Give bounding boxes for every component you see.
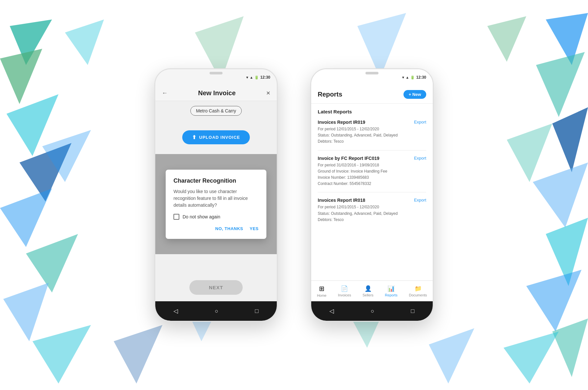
phone1-status-right: ▾ ▲ 🔋 12:30 [246,75,270,80]
do-not-show-checkbox[interactable] [173,214,179,220]
report-3-detail-1: Status: Outstanding, Advanced, Paid, Del… [318,211,426,217]
upload-button-label: UPLOAD INVOICE [199,135,240,140]
invoices-nav-icon: 📄 [341,285,348,292]
phone1-notch [210,72,223,74]
documents-nav-label: Documents [409,293,427,297]
checkbox-label: Do not show again [183,214,220,219]
report-2-header: Invoice by FC Report IFC019 Export [318,156,426,161]
screen-content: Character Recognition Would you like to … [155,154,277,274]
dialog-title: Character Recognition [173,177,259,184]
report-2-detail-1: Ground of Invoice: Invoice Handling Fee [318,168,426,175]
report-2-export[interactable]: Export [414,156,426,161]
nav-documents[interactable]: 📁 Documents [406,284,430,298]
upload-area: ⬆ UPLOAD INVOICE [155,121,277,154]
phone2-wifi-icon: ▾ [402,75,404,80]
report-item-3: Invoices Report IR018 Export For period … [318,198,426,228]
report-3-export[interactable]: Export [414,198,426,202]
nav-sellers[interactable]: 👤 Sellers [360,284,376,298]
yes-button[interactable]: YES [249,226,259,231]
phone2-bottom-bar: ◁ ○ □ [311,301,433,321]
phone2-back-nav[interactable]: ◁ [329,307,334,315]
invoices-nav-label: Invoices [338,293,351,297]
phone1-status-bar: ▾ ▲ 🔋 12:30 [155,69,277,85]
report-2-detail-0: For period 31/02/2016 - 19/09/2018 [318,162,426,168]
dialog-actions: NO, THANKS YES [173,226,259,231]
no-thanks-button[interactable]: NO, THANKS [215,226,243,231]
report-3-name: Invoices Report IR018 [318,198,365,203]
reports-title: Reports [318,91,342,98]
phone2-signal-icon: ▲ [405,75,409,79]
back-nav-button[interactable]: ◁ [173,307,178,315]
phone-1-invoice: ▾ ▲ 🔋 12:30 ← New Invoice ✕ Metro Cash &… [154,68,278,322]
reports-content: Latest Reports Invoices Report IR019 Exp… [311,104,433,280]
report-1-export[interactable]: Export [414,120,426,124]
phone2-status-bar: ▾ ▲ 🔋 12:30 [311,69,433,85]
company-selector-area: Metro Cash & Carry [155,101,277,121]
back-icon[interactable]: ← [162,90,168,97]
close-icon[interactable]: ✕ [266,90,270,96]
home-nav-button[interactable]: ○ [215,308,218,315]
phone1-signal-icon: ▲ [249,75,253,79]
report-item-1: Invoices Report IR019 Export For period … [318,120,426,150]
report-1-header: Invoices Report IR019 Export [318,120,426,125]
report-3-detail-0: For period 12/01/2015 - 12/02/2020 [318,204,426,210]
phone2-status-right: ▾ ▲ 🔋 12:30 [402,75,426,80]
phone2-battery-icon: 🔋 [410,75,415,80]
phone2-recents-nav[interactable]: □ [411,308,415,315]
upload-icon: ⬆ [192,134,197,140]
documents-nav-icon: 📁 [415,285,422,292]
phone1-time: 12:30 [260,75,270,80]
phone2-time: 12:30 [416,75,426,80]
nav-reports[interactable]: 📊 Reports [382,284,400,298]
home-nav-label: Home [317,293,326,297]
phones-container: ▾ ▲ 🔋 12:30 ← New Invoice ✕ Metro Cash &… [0,0,588,390]
reports-nav-label: Reports [385,293,398,297]
next-button-area: NEXT [155,274,277,301]
invoice-header: ← New Invoice ✕ [155,85,277,101]
next-button[interactable]: NEXT [189,280,243,295]
report-item-2: Invoice by FC Report IFC019 Export For p… [318,156,426,193]
sellers-nav-icon: 👤 [364,285,372,292]
report-3-detail-2: Debtors: Tesco [318,217,426,223]
new-report-button[interactable]: + New [403,90,426,99]
report-1-detail-2: Debtors: Tesco [318,138,426,145]
latest-reports-title: Latest Reports [318,109,426,114]
report-2-detail-2: Invoice Number: 1339485683 [318,175,426,181]
invoice-title: New Invoice [198,89,236,97]
phone-2-reports: ▾ ▲ 🔋 12:30 Reports + New Latest Reports… [310,68,434,322]
upload-invoice-button[interactable]: ⬆ UPLOAD INVOICE [182,130,250,144]
report-2-name: Invoice by FC Report IFC019 [318,156,379,161]
dialog-body: Would you like to use character recognit… [173,188,259,209]
phone1-wifi-icon: ▾ [246,75,248,80]
company-badge[interactable]: Metro Cash & Carry [190,106,242,116]
nav-invoices[interactable]: 📄 Invoices [335,284,353,298]
sellers-nav-label: Sellers [363,293,374,297]
recents-nav-button[interactable]: □ [255,308,259,315]
report-1-detail-1: Status: Outstanding, Advanced, Paid, Del… [318,132,426,138]
report-2-detail-3: Contract Number: 5545678332 [318,181,426,187]
report-3-header: Invoices Report IR018 Export [318,198,426,203]
nav-home[interactable]: ⊞ Home [314,283,329,299]
home-nav-icon: ⊞ [319,285,325,292]
phone1-battery-icon: 🔋 [254,75,259,80]
phone1-bottom-bar: ◁ ○ □ [155,301,277,321]
bottom-nav: ⊞ Home 📄 Invoices 👤 Sellers 📊 Reports 📁 [311,280,433,301]
phone1-screen: ← New Invoice ✕ Metro Cash & Carry ⬆ UPL… [155,85,277,301]
report-1-detail-0: For period 12/01/2015 - 12/02/2020 [318,126,426,132]
phone2-home-nav[interactable]: ○ [371,308,374,315]
phone2-notch [365,72,378,74]
character-recognition-dialog: Character Recognition Would you like to … [166,170,266,239]
dialog-overlay: Character Recognition Would you like to … [155,154,277,254]
phone2-screen: Reports + New Latest Reports Invoices Re… [311,85,433,301]
checkbox-row: Do not show again [173,214,259,220]
reports-nav-icon: 📊 [388,285,395,292]
reports-header: Reports + New [311,85,433,104]
report-1-name: Invoices Report IR019 [318,120,365,125]
